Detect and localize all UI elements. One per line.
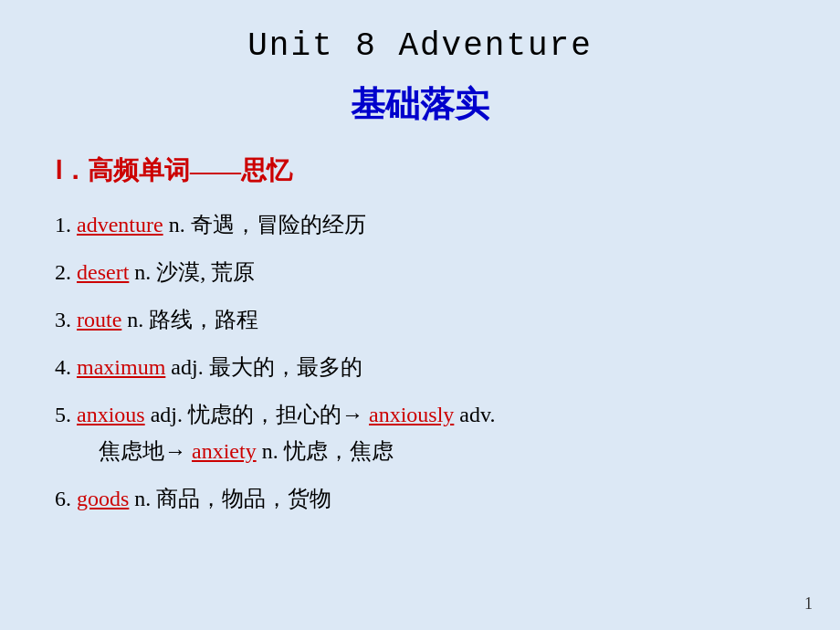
list-item: 6. goods n. 商品，物品，货物 (55, 482, 785, 515)
list-item: 1. adventure n. 奇遇，冒险的经历 (55, 208, 785, 241)
list-item: 4. maximum adj. 最大的，最多的 (55, 351, 785, 383)
item-number: 2. (55, 260, 71, 284)
list-item: 3. route n. 路线，路程 (55, 303, 785, 336)
vocab-definition: n. 沙漠, 荒原 (134, 260, 255, 284)
vocab-definition: adj. 最大的，最多的 (171, 355, 362, 379)
vocab-definition-extra: adv. (459, 403, 495, 426)
vocab-word: adventure (77, 213, 163, 236)
list-item: 2. desert n. 沙漠, 荒原 (55, 256, 785, 289)
vocab-line2-prefix: 焦虑地→ (99, 439, 186, 463)
section-heading: Ⅰ．高频单词——思忆 (55, 153, 785, 188)
vocab-definition: adj. 忧虑的，担心的→ (151, 403, 363, 426)
item-number: 6. (55, 487, 71, 510)
vocab-word: desert (77, 260, 129, 284)
item-number: 4. (55, 355, 71, 379)
slide-title: Unit 8 Adventure (55, 27, 785, 65)
slide: Unit 8 Adventure 基础落实 Ⅰ．高频单词——思忆 1. adve… (0, 0, 840, 630)
list-item: 5. anxious adj. 忧虑的，担心的→ anxiously adv. … (55, 398, 785, 467)
vocab-word-extra: anxiously (369, 403, 454, 426)
slide-subtitle: 基础落实 (55, 81, 785, 128)
vocab-definition: n. 奇遇，冒险的经历 (169, 213, 366, 236)
vocab-line2-def: n. 忧虑，焦虑 (262, 439, 394, 463)
vocab-word: anxious (77, 403, 145, 426)
page-number: 1 (804, 594, 813, 614)
vocab-list: 1. adventure n. 奇遇，冒险的经历 2. desert n. 沙漠… (55, 208, 785, 515)
vocab-item-line2: 焦虑地→ anxiety n. 忧虑，焦虑 (99, 435, 785, 467)
item-number: 5. (55, 403, 71, 426)
item-number: 1. (55, 213, 71, 236)
item-number: 3. (55, 308, 71, 331)
vocab-word: maximum (77, 355, 165, 379)
vocab-word: goods (77, 487, 129, 510)
vocab-definition: n. 商品，物品，货物 (134, 487, 331, 510)
vocab-definition: n. 路线，路程 (127, 308, 258, 331)
vocab-word-line2: anxiety (192, 439, 257, 463)
vocab-word: route (77, 308, 121, 331)
